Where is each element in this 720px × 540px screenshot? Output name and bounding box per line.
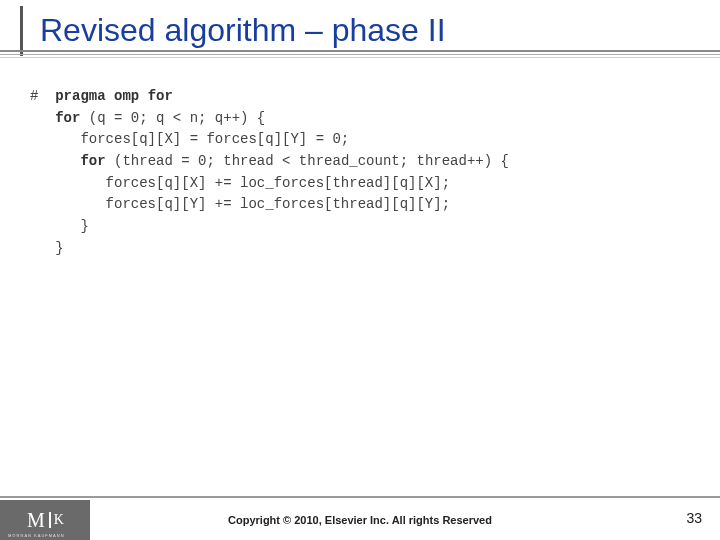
code-line-accy: forces[q][Y] += loc_forces[thread][q][Y]… [30,196,450,212]
code-for2-kw: for [80,153,105,169]
title-rule [0,57,720,58]
code-directive-hash: # [30,88,38,104]
footer-rule [0,496,720,498]
slide-title: Revised algorithm – phase II [0,10,720,49]
code-line-accx: forces[q][X] += loc_forces[thread][q][X]… [30,175,450,191]
title-accent-vertical [20,6,28,56]
title-bar: Revised algorithm – phase II [0,0,720,49]
slide: Revised algorithm – phase II # pragma om… [0,0,720,540]
page-number: 33 [686,510,702,526]
code-for1-kw: for [55,110,80,126]
code-block: # pragma omp for for (q = 0; q < n; q++)… [30,86,690,260]
code-for1-rest: (q = 0; q < n; q++) { [80,110,265,126]
code-brace-inner: } [30,218,89,234]
title-rule [0,54,720,55]
code-directive-kw: pragma omp for [55,88,173,104]
copyright-text: Copyright © 2010, Elsevier Inc. All righ… [0,514,720,526]
logo-caption: MORGAN KAUFMANN [8,533,65,538]
code-line-init: forces[q][X] = forces[q][Y] = 0; [30,131,349,147]
title-rule [0,50,720,52]
footer: MK MORGAN KAUFMANN Copyright © 2010, Els… [0,490,720,540]
code-for2-rest: (thread = 0; thread < thread_count; thre… [106,153,509,169]
code-brace-outer: } [30,240,64,256]
